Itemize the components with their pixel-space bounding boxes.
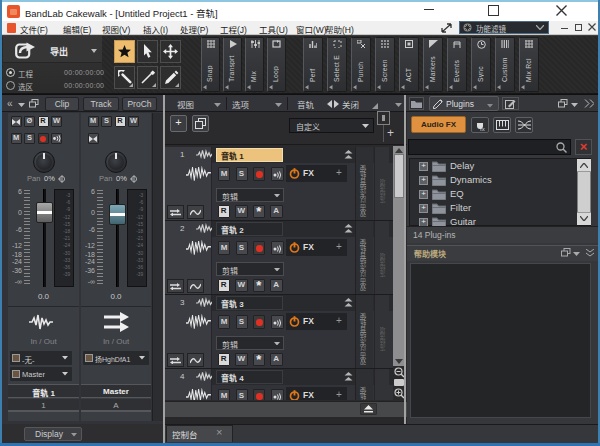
svg-text:fx: fx — [480, 126, 485, 131]
